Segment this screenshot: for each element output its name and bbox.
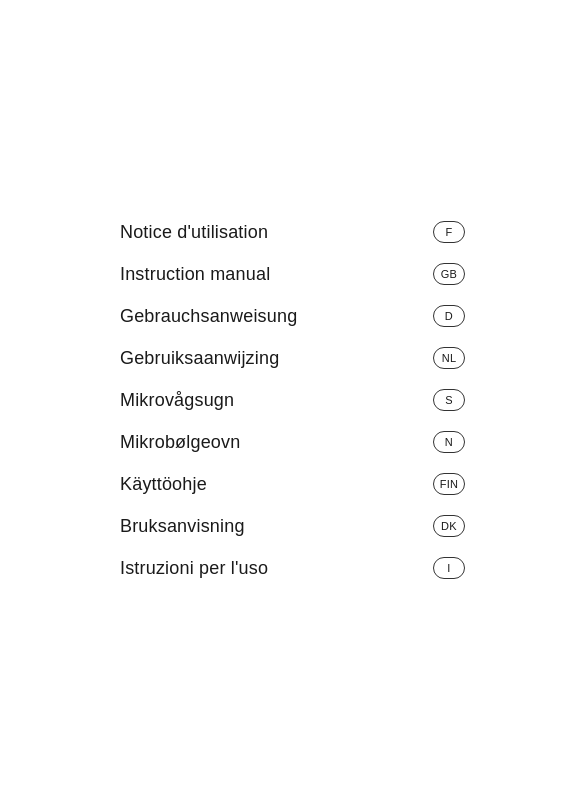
lang-badge: FIN	[433, 473, 465, 495]
lang-badge: GB	[433, 263, 465, 285]
manual-item: BruksanvisningDK	[120, 505, 465, 547]
lang-badge: D	[433, 305, 465, 327]
manual-item: GebrauchsanweisungD	[120, 295, 465, 337]
manual-item: Instruction manualGB	[120, 253, 465, 295]
lang-badge: N	[433, 431, 465, 453]
lang-badge: F	[433, 221, 465, 243]
lang-badge: NL	[433, 347, 465, 369]
manual-label: Mikrobølgeovn	[120, 432, 240, 453]
lang-badge: S	[433, 389, 465, 411]
lang-badge: DK	[433, 515, 465, 537]
manual-label: Gebrauchsanweisung	[120, 306, 297, 327]
manual-item: Notice d'utilisationF	[120, 211, 465, 253]
manual-label: Mikrovågsugn	[120, 390, 234, 411]
manual-item: GebruiksaanwijzingNL	[120, 337, 465, 379]
manual-item: MikrobølgeovnN	[120, 421, 465, 463]
manual-item: Istruzioni per l'usoI	[120, 547, 465, 589]
manual-item: MikrovågsugnS	[120, 379, 465, 421]
manual-label: Käyttöohje	[120, 474, 207, 495]
manual-list: Notice d'utilisationFInstruction manualG…	[120, 211, 465, 589]
manual-label: Gebruiksaanwijzing	[120, 348, 279, 369]
lang-badge: I	[433, 557, 465, 579]
manual-item: KäyttöohjeFIN	[120, 463, 465, 505]
manual-label: Instruction manual	[120, 264, 270, 285]
manual-label: Notice d'utilisation	[120, 222, 268, 243]
page: Notice d'utilisationFInstruction manualG…	[0, 0, 565, 800]
manual-label: Bruksanvisning	[120, 516, 245, 537]
manual-label: Istruzioni per l'uso	[120, 558, 268, 579]
